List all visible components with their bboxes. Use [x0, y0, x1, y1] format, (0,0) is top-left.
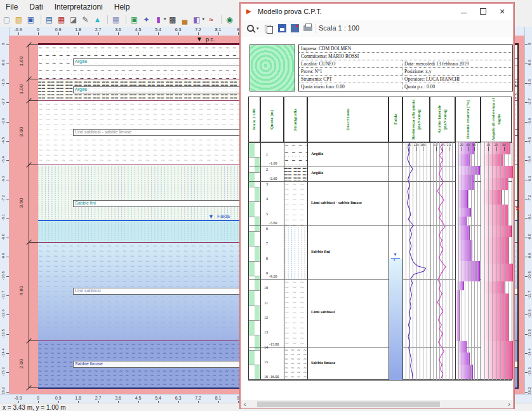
- close-button[interactable]: ✕: [493, 4, 512, 20]
- new-file-icon[interactable]: ▢: [1, 15, 12, 25]
- ruler-label: -9.9: [1, 248, 5, 264]
- scala-stripe: [255, 187, 260, 201]
- chart-image-icon[interactable]: ▣: [129, 15, 140, 25]
- scroll-right-arrow-icon[interactable]: ›: [508, 400, 510, 408]
- edit-profile-icon[interactable]: ✎: [80, 15, 91, 25]
- column-header-label: Densità relativa [%]: [465, 100, 471, 139]
- ruler-tick: [18, 32, 19, 35]
- pattern-row: ∼ ∼ ∼ ∼ ∼ ∼ ∼ ∼ ∼ ∼ ∼ ∼ ∼ ∼ ∼ ∼ ∼ ∼ ∼ ∼ …: [284, 356, 307, 361]
- dropdown-caret-icon[interactable]: ▾: [203, 17, 205, 21]
- depth-number: 12: [260, 316, 268, 320]
- column-header-2: Stratigrafia: [284, 97, 307, 142]
- descrizione-label-4: Limi sabbiosi: [311, 309, 386, 314]
- scala-stripe: [255, 320, 260, 335]
- depth-number: 9: [260, 271, 268, 275]
- column-header-8: Angolo di resistenza al taglio: [481, 97, 512, 142]
- ruler-label: -15.3: [528, 364, 531, 379]
- ruler-label: 8.1: [213, 396, 223, 400]
- ruler-label: -0.9: [528, 55, 531, 71]
- gridline: [504, 142, 505, 380]
- minimize-button[interactable]: [455, 4, 474, 20]
- ruler-tick: [158, 32, 159, 35]
- menu-item-interpretazioni[interactable]: Interpretazioni: [49, 0, 109, 14]
- header-cell: Committente: MARIO ROSSI: [299, 53, 510, 60]
- thickness-label: 4.60: [18, 281, 24, 300]
- gridline: [484, 142, 485, 380]
- quota-label: -1.60: [269, 161, 283, 165]
- pattern-row: ∼ ∼ ∼ ∼ ∼ ∼ ∼ ∼ ∼ ∼ ∼ ∼ ∼ ∼ ∼ ∼ ∼ ∼ ∼ ∼ …: [284, 290, 307, 295]
- save-icon[interactable]: ▣: [25, 15, 36, 25]
- maximize-icon: [480, 8, 486, 15]
- edit-section-icon[interactable]: ◪: [68, 15, 79, 25]
- copy-front: [267, 26, 273, 34]
- scala-meter-line: [249, 246, 260, 246]
- header-cell: Strumento: CPT: [299, 76, 402, 83]
- ruler-label: 2.7: [93, 396, 103, 400]
- ruler-tick: [38, 32, 39, 35]
- column-header-0: Scala 1:100: [248, 97, 260, 142]
- dropdown-caret-icon[interactable]: ▾: [164, 17, 166, 21]
- dimension-extension: [29, 242, 38, 243]
- copy-icon[interactable]: [264, 24, 273, 33]
- zoom-icon[interactable]: [246, 24, 255, 33]
- open-folder-icon[interactable]: ▨: [13, 15, 24, 25]
- pattern-row: ∼ ∼ ∼ ∼ ∼ ∼ ∼ ∼ ∼ ∼ ∼ ∼ ∼ ∼ ∼ ∼ ∼ ∼ ∼ ∼ …: [284, 305, 307, 310]
- ruler-label: -10.8: [1, 268, 5, 283]
- table-dark-icon[interactable]: ▩: [168, 15, 178, 25]
- pattern-row: ∼ ∼ ∼ ∼ ∼ ∼ ∼ ∼ ∼ ∼ ∼ ∼ ∼ ∼ ∼ ∼ ∼ ∼ ∼ ∼ …: [284, 285, 307, 290]
- image-tool-icon[interactable]: ▦: [56, 15, 67, 25]
- export-icon[interactable]: [291, 24, 299, 32]
- pattern-row: ∼ ∼ ∼ ∼ ∼ ∼ ∼ ∼ ∼ ∼ ∼ ∼ ∼ ∼ ∼ ∼ ∼ ∼ ∼ ∼ …: [284, 207, 307, 212]
- menu-item-help[interactable]: Help: [109, 0, 136, 14]
- scala-stripe: [249, 231, 255, 246]
- ruler-label: 5.4: [153, 27, 163, 32]
- toolbar-separator: [37, 15, 41, 24]
- pattern-row: ∼ ∼ ∼ ∼ ∼ ∼ ∼ ∼ ∼ ∼ ∼ ∼ ∼ ∼ ∼ ∼ ∼ ∼ ∼ ∼ …: [284, 151, 307, 155]
- pattern-row: ∼ ∼ ∼ ∼ ∼ ∼ ∼ ∼ ∼ ∼ ∼ ∼ ∼ ∼ ∼ ∼ ∼ ∼ ∼ ∼ …: [284, 370, 307, 374]
- ruler-label: 1.8: [73, 396, 83, 400]
- ruler-tick: [118, 32, 119, 35]
- header-cell: Quota p.c.: 0.00: [402, 83, 513, 90]
- zoom-caret-icon[interactable]: ▾: [256, 26, 259, 31]
- report-icon[interactable]: ▤: [44, 15, 55, 25]
- pattern-row: ∼ ∼ ∼ ∼ ∼ ∼ ∼ ∼ ∼ ∼ ∼ ∼ ∼ ∼ ∼ ∼ ∼ ∼ ∼ ∼ …: [284, 143, 307, 147]
- layer-boundary-line: [248, 226, 512, 226]
- scala-meter-line: [249, 172, 260, 173]
- depth-number: 7: [260, 241, 268, 245]
- pc-label: p.c.: [206, 36, 215, 43]
- ruler-label: -9.9: [528, 248, 531, 264]
- settings-gear-icon[interactable]: ✦: [141, 15, 152, 25]
- menu-item-dati[interactable]: Dati: [23, 0, 48, 14]
- cpt-cone-icon[interactable]: ▲: [92, 15, 103, 25]
- bar-chart-icon[interactable]: ▮: [153, 15, 164, 25]
- data-grid-icon[interactable]: ▦: [110, 15, 121, 25]
- scroll-thumb[interactable]: [257, 401, 440, 407]
- maximize-button[interactable]: [474, 4, 493, 20]
- scala-stripe: [249, 320, 255, 335]
- menu-item-file[interactable]: File: [0, 0, 23, 14]
- scala-stripe: [255, 172, 260, 187]
- preview-hscrollbar[interactable]: ‹ ›: [241, 400, 513, 408]
- scala-stripe: [249, 306, 255, 320]
- axis-tick-stem: [496, 147, 497, 151]
- section-image-icon[interactable]: ◧: [192, 15, 203, 25]
- ruler-label: -7.2: [528, 191, 531, 206]
- ruler-label: -9.0: [528, 229, 531, 245]
- export-html-icon[interactable]: ◉: [224, 15, 235, 25]
- gridline: [508, 142, 509, 380]
- pattern-row: ∼ ∼ ∼ ∼ ∼ ∼ ∼ ∼ ∼ ∼ ∼ ∼ ∼ ∼ ∼ ∼ ∼ ∼ ∼ ∼ …: [284, 182, 307, 187]
- save-icon[interactable]: [278, 24, 286, 32]
- line-chart-icon[interactable]: ≈: [206, 15, 216, 25]
- print-icon[interactable]: [303, 25, 312, 31]
- step-bar: [456, 281, 464, 290]
- ruler-tick: [525, 295, 528, 296]
- gridline: [477, 142, 478, 380]
- strat-pattern-4: ∼ ∼ ∼ ∼ ∼ ∼ ∼ ∼ ∼ ∼ ∼ ∼ ∼ ∼ ∼ ∼ ∼ ∼ ∼ ∼ …: [284, 279, 307, 347]
- histogram-icon[interactable]: ▄: [180, 15, 190, 25]
- scala-stripe: [249, 365, 255, 379]
- preview-title-bar[interactable]: ▶ Modello prova C.P.T. ✕: [241, 4, 513, 21]
- scroll-left-arrow-icon[interactable]: ‹: [244, 400, 246, 408]
- ruler-tick: [525, 64, 528, 64]
- dimension-extension: [29, 100, 38, 101]
- gridline: [474, 142, 475, 380]
